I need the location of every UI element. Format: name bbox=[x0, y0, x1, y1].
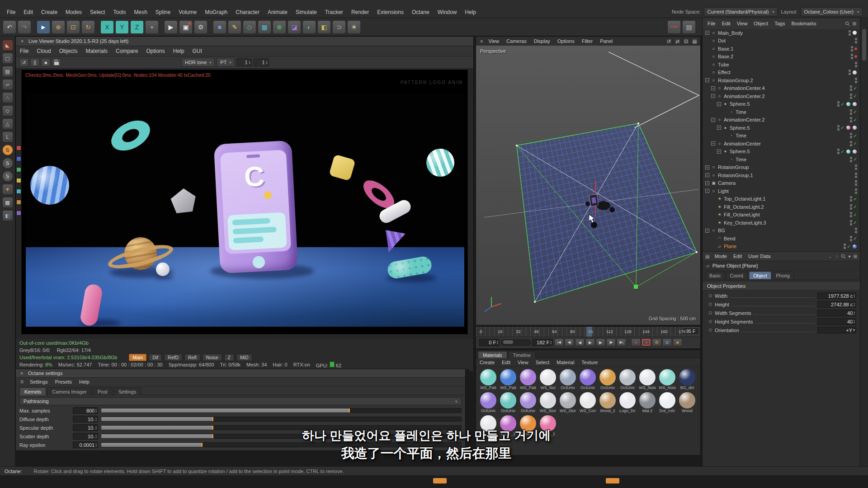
visibility-dots-icon[interactable] bbox=[855, 228, 857, 233]
viewport-menu-filter[interactable]: Filter bbox=[578, 38, 596, 44]
paint-icon[interactable]: ◧ bbox=[317, 20, 331, 34]
menu-character[interactable]: Character bbox=[231, 9, 264, 15]
object-row-camera[interactable]: −▣Camera bbox=[703, 179, 860, 188]
misc-tool-icon[interactable]: ◧ bbox=[2, 210, 13, 221]
keyframe-presets-button[interactable]: ■ bbox=[673, 338, 682, 346]
lv-side-dot-1[interactable] bbox=[16, 156, 21, 161]
visibility-dots-icon[interactable] bbox=[837, 149, 840, 154]
octane-tab-post[interactable]: Post bbox=[93, 387, 113, 395]
mograph-icon[interactable]: ◇ bbox=[243, 20, 256, 34]
enabled-check-icon[interactable]: ✓ bbox=[854, 109, 857, 114]
material-item[interactable]: WS_Nois bbox=[658, 369, 677, 390]
pass-button-refl[interactable]: Refl bbox=[184, 354, 200, 361]
object-row-bend[interactable]: ◠Bend✓ bbox=[703, 235, 860, 243]
octane-menu-help[interactable]: Help bbox=[75, 379, 93, 385]
menu-animate[interactable]: Animate bbox=[264, 9, 292, 15]
viewport-menu-view[interactable]: View bbox=[485, 38, 503, 44]
menu-mesh[interactable]: Mesh bbox=[130, 9, 151, 15]
object-row-rotaiongroup-1[interactable]: −○RotaionGroup.1 bbox=[703, 171, 860, 179]
menu-modes[interactable]: Modes bbox=[61, 9, 86, 15]
pause-render-icon[interactable]: || bbox=[30, 58, 39, 66]
timeline-ruler[interactable]: 95 F 0163248648096112128144160176 bbox=[476, 327, 700, 337]
rotate-icon[interactable]: ↻ bbox=[81, 20, 95, 34]
material-tag-icon[interactable] bbox=[852, 244, 857, 249]
material-tag-icon[interactable] bbox=[852, 102, 857, 107]
material-tag-icon[interactable] bbox=[852, 70, 857, 75]
close-icon[interactable]: × bbox=[19, 38, 25, 44]
render-settings-icon[interactable]: ⚙ bbox=[194, 20, 208, 34]
expander-icon[interactable]: − bbox=[705, 229, 709, 233]
object-row-fill-octanelight-2[interactable]: ☀Fill_OctaneLight.2✓ bbox=[703, 203, 860, 211]
checker-texture-icon[interactable]: ▩ bbox=[2, 197, 13, 208]
object-row-top-octanelight-1[interactable]: ☀Top_OctaneLight.1✓ bbox=[703, 195, 860, 203]
octane-tab-camera-imager[interactable]: Camera Imager bbox=[47, 387, 91, 395]
lv-side-dot-4[interactable] bbox=[16, 189, 21, 194]
prev-frame-button[interactable]: ◀ bbox=[575, 338, 585, 346]
enabled-check-icon[interactable]: ✓ bbox=[854, 220, 857, 225]
live-selection-icon[interactable]: ► bbox=[37, 20, 50, 34]
render-picture-viewer-icon[interactable]: ▣ bbox=[179, 20, 193, 34]
materials-tab-timeline[interactable]: Timeline bbox=[508, 351, 536, 358]
object-row-dot[interactable]: ○Dot bbox=[703, 37, 860, 45]
object-row-plane[interactable]: ▱Plane✓ bbox=[703, 243, 860, 251]
material-tag-icon[interactable] bbox=[846, 149, 851, 154]
spinner-arrows[interactable]: ▴▾ bbox=[854, 294, 855, 298]
object-row-sphere-5[interactable]: −●Sphere.5✓ bbox=[703, 124, 860, 132]
attribute-value-width-segments[interactable]: 40▴▾ bbox=[817, 310, 856, 316]
menu-help[interactable]: Help bbox=[461, 9, 480, 15]
materials-menu-create[interactable]: Create bbox=[476, 360, 498, 365]
expander-icon[interactable]: − bbox=[717, 150, 721, 154]
spinner-arrows[interactable]: ▴▾ bbox=[854, 311, 855, 315]
object-row-main-body[interactable]: −○Main_Body bbox=[703, 29, 860, 37]
spinner-arrows[interactable]: ▴▾ bbox=[266, 61, 268, 65]
material-item[interactable]: Mat.2 bbox=[638, 392, 657, 413]
spinner-arrows[interactable]: ▴▾ bbox=[95, 426, 97, 430]
material-item[interactable]: OctUniv bbox=[519, 392, 538, 413]
lv-side-dot-6[interactable] bbox=[16, 211, 21, 216]
primitive-cube-icon[interactable]: ■ bbox=[213, 20, 226, 34]
magnet-icon[interactable]: ⊃ bbox=[332, 20, 346, 34]
object-row-rotaiongroup-2[interactable]: −○RotaionGroup.2 bbox=[703, 76, 860, 84]
lv-menu-gui[interactable]: GUI bbox=[188, 48, 206, 54]
visibility-dots-icon[interactable] bbox=[849, 70, 851, 75]
material-tag-icon[interactable] bbox=[846, 125, 851, 130]
redo-icon[interactable]: ↷ bbox=[18, 20, 31, 34]
volume-icon[interactable]: ▦ bbox=[258, 20, 271, 34]
scrollbar-thumb[interactable] bbox=[862, 29, 866, 61]
solo-single-icon[interactable]: S bbox=[2, 158, 13, 169]
material-item[interactable]: Basic_1 bbox=[519, 415, 538, 436]
paint-bucket-icon[interactable]: ▼ bbox=[2, 184, 13, 195]
search-icon[interactable] bbox=[841, 254, 846, 259]
enabled-check-icon[interactable]: ✓ bbox=[854, 212, 857, 217]
timeline-scrollbar[interactable] bbox=[501, 339, 531, 346]
anim-dot-icon[interactable] bbox=[709, 328, 712, 332]
goto-end-button[interactable]: ▶| bbox=[617, 338, 626, 346]
record-settings-button[interactable]: ⚙ bbox=[652, 338, 661, 346]
attribute-value-height-segments[interactable]: 40▴▾ bbox=[817, 318, 856, 325]
material-item[interactable]: OctUniv bbox=[499, 392, 518, 413]
visibility-dots-icon[interactable] bbox=[850, 117, 852, 122]
autokey-button[interactable]: ● bbox=[642, 338, 651, 346]
object-row-sphere-5[interactable]: −●Sphere.5✓ bbox=[703, 100, 860, 108]
material-item[interactable]: Logo_Dc bbox=[618, 392, 637, 413]
object-row-animationcenter[interactable]: −○AnimationCenter✓ bbox=[703, 140, 860, 148]
lv-side-dot-2[interactable] bbox=[16, 167, 21, 172]
pass-button-z[interactable]: Z bbox=[224, 354, 234, 361]
lv-menu-materials[interactable]: Materials bbox=[81, 48, 112, 54]
spinner-arrows[interactable]: ▴▾ bbox=[854, 319, 855, 324]
restart-render-icon[interactable]: ↺ bbox=[19, 58, 28, 66]
param-slider[interactable] bbox=[101, 408, 462, 413]
material-item[interactable]: Basic_1 bbox=[499, 415, 518, 436]
enable-axis-icon[interactable]: L bbox=[2, 131, 13, 142]
kernel-mode-dropdown[interactable]: PT ▾ bbox=[217, 58, 235, 67]
x-axis-icon[interactable]: X bbox=[100, 20, 114, 34]
close-icon[interactable]: × bbox=[19, 371, 24, 376]
pass-button-noise[interactable]: Noise bbox=[203, 354, 222, 361]
param-slider[interactable] bbox=[101, 417, 462, 422]
scale-icon[interactable]: ⊡ bbox=[66, 20, 80, 34]
visibility-dots-icon[interactable] bbox=[855, 62, 857, 67]
lock-resolution-icon[interactable] bbox=[52, 58, 61, 66]
param-slider[interactable] bbox=[101, 442, 462, 447]
coord-system-icon[interactable]: + bbox=[145, 20, 159, 34]
visibility-dots-icon[interactable] bbox=[850, 141, 852, 146]
